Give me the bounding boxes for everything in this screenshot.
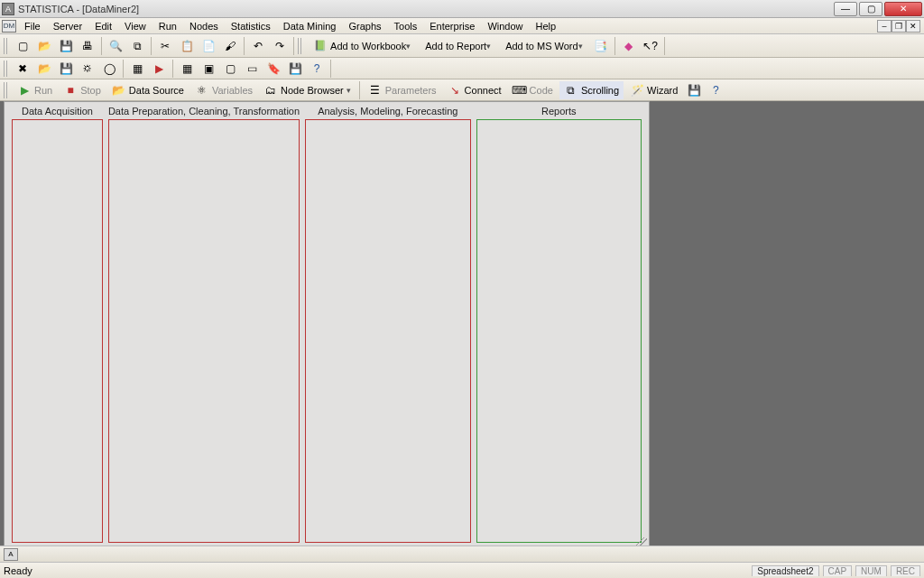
mdi-workspace: Data Acquisition Data Preparation, Clean…: [0, 101, 924, 545]
node-browser-icon: 🗂: [263, 83, 278, 98]
col-header-reports: Reports: [476, 104, 642, 119]
tb2-btn-3[interactable]: 💾: [56, 60, 76, 78]
add-to-report-button[interactable]: Add to Report: [419, 37, 497, 55]
menu-data-mining[interactable]: Data Mining: [278, 20, 342, 33]
format-button[interactable]: 🖌: [220, 37, 240, 55]
tb2-btn-2[interactable]: 📂: [34, 60, 54, 78]
menu-edit[interactable]: Edit: [89, 20, 117, 33]
tb2-btn-8[interactable]: ▦: [177, 60, 197, 78]
mdi-close-button[interactable]: ✕: [906, 20, 920, 33]
new-button[interactable]: ▢: [13, 37, 32, 55]
tb2-btn-11[interactable]: ▭: [242, 60, 262, 78]
cut-button[interactable]: ✂: [155, 37, 175, 55]
toolbar-grip-2[interactable]: [298, 38, 303, 54]
tb2-btn-5[interactable]: ◯: [99, 60, 119, 78]
help-icon: ?: [310, 61, 324, 76]
save-button[interactable]: 💾: [56, 37, 76, 55]
add-to-msword-button[interactable]: Add to MS Word: [499, 37, 589, 55]
tb2-btn-10[interactable]: ▢: [220, 60, 240, 78]
col-header-acquisition: Data Acquisition: [12, 104, 103, 119]
window-minimize-button[interactable]: —: [834, 2, 857, 16]
tb2-btn-9[interactable]: ▣: [199, 60, 218, 78]
run-icon: ▶: [17, 83, 32, 98]
wizard-button[interactable]: 🪄Wizard: [625, 81, 682, 99]
tb2-btn-6[interactable]: ▦: [127, 60, 147, 78]
run-button[interactable]: ▶Run: [13, 81, 57, 99]
menu-tools[interactable]: Tools: [389, 20, 423, 33]
data-source-button[interactable]: 📂Data Source: [107, 81, 189, 99]
toolbar-grip[interactable]: [4, 38, 9, 54]
paste-icon: 📄: [201, 39, 216, 53]
mdi-restore-button[interactable]: ❐: [892, 20, 906, 33]
close-doc-icon: ✖: [15, 61, 30, 76]
mdi-doc-icon[interactable]: DM: [2, 20, 16, 33]
menu-help[interactable]: Help: [531, 20, 562, 33]
status-doc-tab[interactable]: Spreadsheet2: [752, 565, 818, 576]
copy-button[interactable]: ⧉: [127, 37, 147, 55]
select-rect-icon: ▭: [245, 61, 259, 76]
toolbar3-grip[interactable]: [4, 82, 9, 98]
add-to-workbook-button[interactable]: 📗 Add to Workbook: [307, 37, 417, 55]
scrolling-button[interactable]: ⧉Scrolling: [559, 81, 624, 99]
tb3-help-button[interactable]: ?: [706, 81, 725, 99]
tb3-save-button[interactable]: 💾: [684, 81, 704, 99]
status-cap: CAP: [823, 565, 853, 576]
window-maximize-button[interactable]: ▢: [859, 2, 882, 16]
copy-doc-button[interactable]: 📑: [591, 37, 611, 55]
save2-icon: 💾: [59, 61, 73, 76]
menu-server[interactable]: Server: [48, 20, 88, 33]
menu-nodes[interactable]: Nodes: [184, 20, 224, 33]
menu-view[interactable]: View: [119, 20, 152, 33]
help-pointer-button[interactable]: ↖?: [641, 37, 661, 55]
eraser-icon: ◆: [622, 39, 636, 53]
col-box-reports[interactable]: [476, 119, 642, 543]
col-box-preparation[interactable]: [108, 119, 300, 543]
scrolling-icon: ⧉: [564, 83, 578, 98]
cut-icon: ✂: [158, 39, 172, 53]
col-box-acquisition[interactable]: [12, 119, 103, 543]
copy2-button[interactable]: 📋: [177, 37, 197, 55]
toolbar2-grip[interactable]: [4, 61, 9, 77]
tb2-btn-1[interactable]: ✖: [13, 60, 32, 78]
paste-button[interactable]: 📄: [199, 37, 218, 55]
wizard-icon: 🪄: [630, 83, 644, 98]
col-box-analysis[interactable]: [305, 119, 470, 543]
status-bar: Ready Spreadsheet2 CAP NUM REC: [0, 562, 924, 578]
nodes-icon: ⛭: [80, 61, 95, 76]
redo-button[interactable]: ↷: [270, 37, 290, 55]
menu-window[interactable]: Window: [482, 20, 528, 33]
menu-statistics[interactable]: Statistics: [226, 20, 276, 33]
code-icon: ⌨: [513, 83, 527, 98]
tb2-btn-12[interactable]: 🔖: [263, 60, 283, 78]
parameters-button[interactable]: ☰Parameters: [364, 81, 441, 99]
open-button[interactable]: 📂: [34, 37, 54, 55]
menu-file[interactable]: File: [19, 20, 46, 33]
stop-button[interactable]: ■Stop: [59, 81, 106, 99]
play-red-icon: ▶: [152, 61, 166, 76]
tb2-btn-4[interactable]: ⛭: [78, 60, 97, 78]
window-close-button[interactable]: ✕: [884, 2, 922, 16]
tb2-help-button[interactable]: ?: [307, 60, 327, 78]
help2-icon: ?: [708, 83, 723, 98]
panel-resize-grip[interactable]: [636, 537, 647, 545]
connect-button[interactable]: ↘Connect: [443, 81, 506, 99]
variables-button[interactable]: ⚛Variables: [190, 81, 257, 99]
preview-button[interactable]: 🔍: [106, 37, 125, 55]
tb2-btn-13[interactable]: 💾: [285, 60, 305, 78]
menu-run[interactable]: Run: [153, 20, 182, 33]
eraser-button[interactable]: ◆: [619, 37, 639, 55]
node-browser-button[interactable]: 🗂Node Browser: [259, 81, 356, 99]
menu-graphs[interactable]: Graphs: [343, 20, 386, 33]
select-all-icon: ▣: [201, 61, 216, 76]
print-icon: 🖶: [80, 39, 95, 53]
brush-icon: 🖌: [223, 39, 237, 53]
undo-button[interactable]: ↶: [248, 37, 268, 55]
dataminer-panel[interactable]: Data Acquisition Data Preparation, Clean…: [4, 101, 650, 545]
print-button[interactable]: 🖶: [78, 37, 97, 55]
table-icon: ▦: [180, 61, 194, 76]
code-button[interactable]: ⌨Code: [508, 81, 558, 99]
mdi-minimize-button[interactable]: –: [877, 20, 892, 33]
menu-enterprise[interactable]: Enterprise: [424, 20, 480, 33]
mdi-minimized-doc-icon[interactable]: A: [4, 548, 18, 561]
tb2-btn-7[interactable]: ▶: [149, 60, 169, 78]
